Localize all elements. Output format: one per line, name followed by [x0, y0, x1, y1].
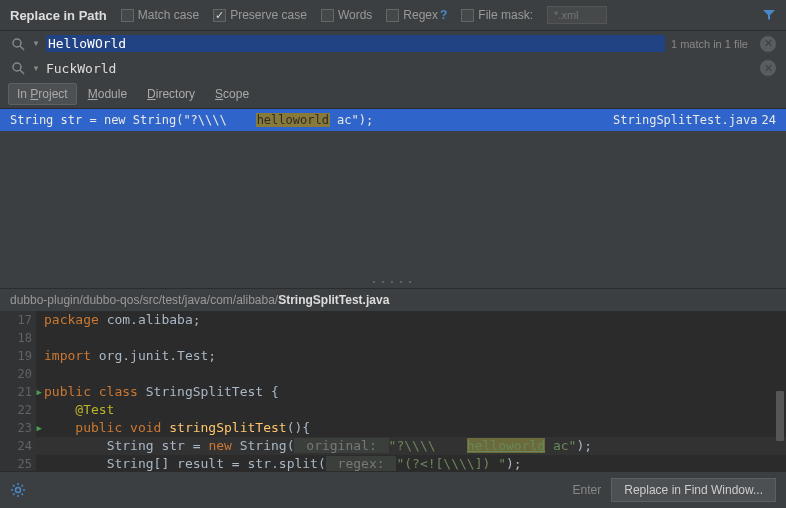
line-number: 21▶: [4, 383, 32, 401]
clear-search-icon[interactable]: ✕: [760, 36, 776, 52]
scope-tab-project[interactable]: In Project: [8, 83, 77, 105]
replace-icon: [10, 60, 26, 76]
match-case-checkbox[interactable]: Match case: [121, 8, 199, 22]
result-row[interactable]: String str = new String("?\\\\ helloworl…: [0, 109, 786, 131]
file-mask-label: File mask:: [478, 8, 533, 22]
filter-icon[interactable]: [762, 8, 776, 22]
scope-tab-module[interactable]: Module: [79, 83, 136, 105]
replace-history-dropdown[interactable]: ▼: [32, 64, 40, 73]
line-number: 19: [4, 347, 32, 365]
enter-hint: Enter: [573, 483, 602, 497]
svg-line-3: [20, 70, 24, 74]
line-number: 22: [4, 401, 32, 419]
file-mask-checkbox[interactable]: File mask:: [461, 8, 533, 22]
search-input[interactable]: HelloWOrld: [46, 35, 665, 52]
search-icon: [10, 36, 26, 52]
line-number: 17: [4, 311, 32, 329]
replace-input[interactable]: [46, 61, 754, 76]
words-checkbox[interactable]: Words: [321, 8, 372, 22]
preserve-case-checkbox[interactable]: Preserve case: [213, 8, 307, 22]
scope-tab-scope[interactable]: Scope: [206, 83, 258, 105]
svg-point-0: [13, 39, 21, 47]
scrollbar-thumb[interactable]: [776, 391, 784, 441]
replace-in-find-window-button[interactable]: Replace in Find Window...: [611, 478, 776, 502]
svg-line-1: [20, 46, 24, 50]
resize-handle-icon[interactable]: • • • • •: [373, 277, 414, 286]
result-line: 24: [762, 113, 776, 127]
line-number: 18: [4, 329, 32, 347]
file-path-bar: dubbo-plugin/dubbo-qos/src/test/java/com…: [0, 289, 786, 311]
gutter: 17 18 19 20 21▶ 22 23▶ 24 25 26: [0, 311, 36, 471]
svg-point-4: [16, 488, 21, 493]
code-area[interactable]: package com.alibaba; import org.junit.Te…: [36, 311, 786, 471]
result-file: StringSplitTest.java: [613, 113, 758, 127]
match-case-label: Match case: [138, 8, 199, 22]
clear-replace-icon[interactable]: ✕: [760, 60, 776, 76]
scope-tab-directory[interactable]: Directory: [138, 83, 204, 105]
search-history-dropdown[interactable]: ▼: [32, 39, 40, 48]
line-number: 24: [4, 437, 32, 455]
results-empty-area: • • • • •: [0, 131, 786, 289]
line-number: 25: [4, 455, 32, 471]
match-count: 1 match in 1 file: [671, 38, 748, 50]
regex-help-icon[interactable]: ?: [440, 8, 447, 22]
result-preview: String str = new String("?\\\\ helloworl…: [10, 113, 613, 127]
file-mask-input[interactable]: [547, 6, 607, 24]
regex-checkbox[interactable]: Regex?: [386, 8, 447, 22]
preserve-case-label: Preserve case: [230, 8, 307, 22]
preview-editor: 17 18 19 20 21▶ 22 23▶ 24 25 26 package …: [0, 311, 786, 471]
regex-label: Regex: [403, 8, 438, 22]
line-number: 20: [4, 365, 32, 383]
gear-icon[interactable]: [10, 482, 26, 498]
words-label: Words: [338, 8, 372, 22]
line-number: 23▶: [4, 419, 32, 437]
svg-point-2: [13, 63, 21, 71]
dialog-title: Replace in Path: [10, 8, 107, 23]
